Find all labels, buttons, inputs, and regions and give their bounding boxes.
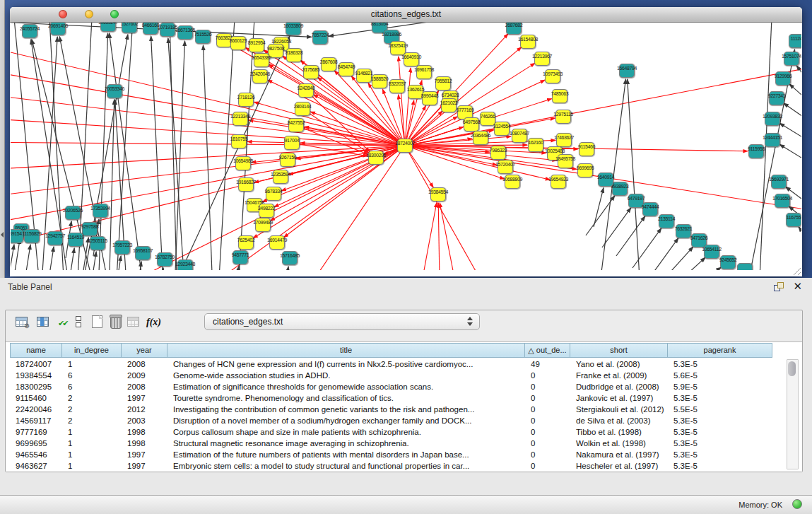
graph-node[interactable]: 16958107 <box>135 246 151 260</box>
table-cell[interactable]: 0 <box>525 449 570 460</box>
table-cell[interactable]: 2 <box>62 415 122 426</box>
graph-node[interactable]: 9146821 <box>356 69 372 83</box>
graph-node[interactable]: 19654923 <box>551 175 566 189</box>
table-cell[interactable]: 5.3E-5 <box>668 358 772 370</box>
graph-node[interactable]: 16961758 <box>416 65 432 79</box>
table-cell[interactable]: 0 <box>525 438 570 449</box>
graph-node[interactable]: 20053346 <box>107 84 122 98</box>
scrollbar-thumb[interactable] <box>788 361 796 376</box>
table-cell[interactable]: 0 <box>525 460 570 470</box>
graph-node[interactable]: 9242848 <box>298 83 314 98</box>
table-row[interactable]: 1830029562008Estimation of significance … <box>10 381 785 392</box>
graph-node[interactable]: 746266 <box>480 112 495 126</box>
table-row[interactable]: 946362711997Embryonic stem cells: a mode… <box>10 460 785 470</box>
graph-node[interactable]: 10654985 <box>235 156 251 170</box>
graph-node[interactable]: 7625402 <box>238 235 254 250</box>
graph-node[interactable]: 1164519 <box>68 233 83 247</box>
graph-node[interactable]: 12213967 <box>534 52 550 66</box>
graph-node[interactable]: 8912954 <box>249 38 264 52</box>
table-cell[interactable]: 5.5E-5 <box>668 404 772 415</box>
graph-node[interactable]: 11156829 <box>24 229 40 243</box>
table-cell[interactable]: Tibbo et al. (1998) <box>570 426 668 438</box>
table-cell[interactable]: 0 <box>525 415 570 426</box>
table-row[interactable]: 1872400712008Changes of HCN gene express… <box>10 358 785 370</box>
close-panel-icon[interactable]: ✕ <box>793 280 802 293</box>
graph-node[interactable]: 7857224 <box>312 30 328 45</box>
graph-node[interactable]: 12213349 <box>233 112 248 126</box>
graph-node[interactable]: 9827508 <box>268 44 283 58</box>
graph-node[interactable]: 7485063 <box>552 89 567 103</box>
table-cell[interactable]: 1997 <box>122 460 167 470</box>
graph-node[interactable]: 12942757 <box>47 231 63 245</box>
table-cell[interactable]: 6 <box>62 370 122 381</box>
graph-node[interactable]: 917004 <box>284 136 300 150</box>
graph-node[interactable]: 9245652 <box>720 255 736 269</box>
graph-node[interactable]: 18495758 <box>558 154 573 168</box>
graph-node[interactable]: 2687682 <box>506 23 522 35</box>
graph-node[interactable]: 8322037 <box>389 79 405 93</box>
delete-column-icon[interactable] <box>110 315 122 329</box>
float-panel-icon[interactable] <box>774 282 784 291</box>
table-cell[interactable]: 2 <box>62 392 122 404</box>
graph-node[interactable]: 12093832 <box>765 112 780 126</box>
column-header-year[interactable]: year <box>122 343 167 358</box>
row-mode-icon[interactable] <box>76 316 81 329</box>
graph-node[interactable]: 7986322 <box>490 146 506 160</box>
graph-node[interactable]: 12444151 <box>765 133 780 147</box>
table-cell[interactable]: 2 <box>62 404 122 415</box>
graph-node[interactable]: 1588520 <box>372 74 387 88</box>
memory-status-led-icon[interactable] <box>792 499 802 509</box>
graph-node[interactable]: 39154 <box>11 229 23 243</box>
graph-node[interactable]: 16671365 <box>177 25 193 40</box>
table-cell[interactable]: Tourette syndrome. Phenomenology and cla… <box>167 392 525 404</box>
table-cell[interactable]: 9115460 <box>10 392 62 404</box>
graph-node[interactable]: 3124554 <box>494 122 510 136</box>
graph-node[interactable]: 12353594 <box>273 170 288 184</box>
table-cell[interactable]: 9465546 <box>10 449 62 460</box>
graph-node[interactable]: 18325419 <box>390 41 406 55</box>
graph-node[interactable]: 7955812 <box>435 76 451 90</box>
table-cell[interactable]: 5.3E-5 <box>668 426 772 438</box>
table-cell[interactable]: 5.3E-5 <box>668 392 772 404</box>
network-canvas[interactable]: 2405572420691406106532471527602846616010… <box>11 23 801 270</box>
table-cell[interactable]: 1 <box>62 449 122 460</box>
table-cell[interactable]: 18724007 <box>10 358 62 370</box>
table-cell[interactable]: 1998 <box>122 438 167 449</box>
table-body[interactable]: 1872400712008Changes of HCN gene express… <box>10 358 785 470</box>
column-header-out_de[interactable]: △ out_de... <box>525 343 570 358</box>
table-cell[interactable]: 5.3E-5 <box>668 460 772 470</box>
new-column-icon[interactable] <box>92 315 102 328</box>
table-cell[interactable]: 0 <box>525 426 570 438</box>
column-header-name[interactable]: name <box>10 343 62 358</box>
graph-node[interactable]: 1640914 <box>598 173 613 187</box>
column-header-short[interactable]: short <box>570 343 668 358</box>
table-cell[interactable]: 0 <box>525 392 570 404</box>
column-header-title[interactable]: title <box>167 343 525 358</box>
table-cell[interactable]: Yano et al. (2008) <box>570 358 668 370</box>
graph-node[interactable]: 8454749 <box>339 62 354 76</box>
table-row[interactable]: 946554611997Estimation of the future num… <box>10 449 785 460</box>
table-cell[interactable]: 22420046 <box>10 404 62 415</box>
graph-node[interactable]: 18724007 <box>397 139 413 153</box>
table-cell[interactable]: Embryonic stem cells: a model to study s… <box>167 460 525 470</box>
graph-node[interactable]: 1810755 <box>231 134 247 148</box>
graph-node[interactable]: 17099489 <box>255 218 271 232</box>
table-row[interactable]: 969969511998Structural magnetic resonanc… <box>10 438 785 449</box>
table-cell[interactable]: Jankovic et al. (1997) <box>570 392 668 404</box>
table-cell[interactable]: 5.3E-5 <box>668 438 772 449</box>
table-cell[interactable]: 9777169 <box>10 426 62 438</box>
graph-node[interactable]: 2867608 <box>321 57 336 71</box>
graph-node[interactable]: 8678334 <box>266 187 281 201</box>
graph-node[interactable]: 6497568 <box>464 117 479 132</box>
table-cell[interactable]: 1 <box>62 438 122 449</box>
select-columns-icon[interactable]: ✔✔ <box>58 316 66 329</box>
graph-node[interactable]: 16782759 <box>157 252 172 267</box>
table-cell[interactable]: 5.9E-5 <box>668 381 772 392</box>
graph-node[interactable]: 10719185 <box>160 23 175 37</box>
graph-node[interactable]: 20691406 <box>50 23 66 35</box>
graph-node[interactable]: 7663822 <box>216 33 232 47</box>
table-cell[interactable]: 5.6E-5 <box>668 370 772 381</box>
table-cell[interactable]: 1 <box>62 426 122 438</box>
graph-node[interactable]: 9699695 <box>577 163 593 177</box>
table-cell[interactable]: Estimation of significance thresholds fo… <box>167 381 525 392</box>
